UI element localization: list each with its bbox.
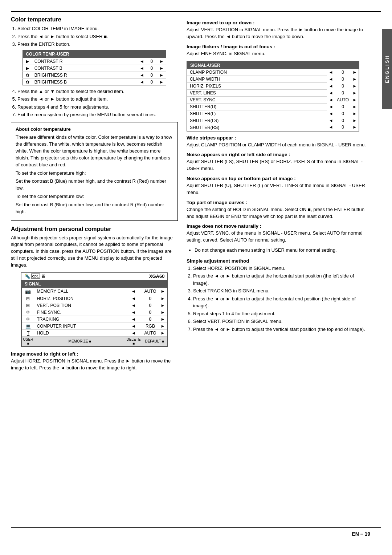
right-arrow: ► [351,96,359,103]
info-line-3: To set the color temperature low: [16,193,173,200]
row-name: CONTRAST B [32,65,138,72]
step-2: Press the ◄ or ► button to adjust the ho… [193,272,370,287]
row-value: 0 [146,58,157,65]
row-value: RGB [142,323,158,329]
page-number: EN – 19 [352,531,370,537]
right-arrow: ► [159,302,168,309]
row-icon: 💻 [21,323,35,329]
left-arrow: ◄ [327,89,335,96]
color-temp-table-body: ▶ CONTRAST R ◄ 0 ► ▶ CONTRAST B ◄ 0 ► [23,58,166,85]
row-name: VERT. LINES [187,89,327,96]
row-icon: ⚙ [21,309,35,316]
left-arrow: ◄ [327,103,335,110]
color-temp-section: Color temperature Select COLOR TEMP in I… [11,16,178,221]
step-2: Press the ◄ or ► button to select USER ■… [17,33,178,40]
row-name: SHUTTER(L) [187,110,327,117]
left-arrow: ◄ [138,72,146,78]
row-name: BRIGHTNESS B [32,78,138,85]
right-arrow: ► [159,288,168,295]
table-row: CLAMP POSITION ◄ 0 ► [187,69,359,76]
step-3: Select TRACKING in SIGNAL menu. [193,287,370,295]
row-name: SHUTTER(LS) [187,117,327,124]
row-name: BRIGHTNESS R [32,72,138,78]
right-arrow: ► [159,323,168,329]
row-value: AUTO [142,288,158,295]
xga-header-row: 🔦 opt. 🖥 XGA60 [21,272,168,280]
image-moved-rl-section: Image moved to right or left : Adjust HO… [11,351,178,372]
right-arrow: ► [351,89,359,96]
row-value: 0 [146,72,157,78]
footer-user: USER ■ [21,336,35,347]
left-column: Color temperature Select COLOR TEMP in I… [11,16,178,527]
image-not-move-body: Adjust VERT. SYNC. of the menu in SIGNAL… [187,230,370,244]
left-arrow: ◄ [125,288,142,295]
table-row: ⚙ FINE SYNC. ◄ 0 ► [21,309,168,316]
row-name: COMPUTER INPUT [34,323,125,329]
table-row: SHUTTER(RS) ◄ 0 ► [187,124,359,131]
left-arrow: ◄ [327,124,335,131]
right-arrow: ► [159,316,168,323]
left-arrow: ◄ [327,69,335,76]
color-temp-table: COLOR TEMP.-USER ▶ CONTRAST R ◄ 0 ► ▶ [23,50,166,86]
row-value: 0 [335,89,351,96]
row-value: AUTO [335,96,351,103]
about-color-temp-box: About color temperature There are differ… [11,122,178,221]
info-box-title: About color temperature [16,126,173,133]
left-arrow: ◄ [327,96,335,103]
image-flickers-title: Image flickers / Image is out of focus : [187,44,370,49]
row-icon: ✿ [23,78,32,85]
row-name: FINE SYNC. [34,309,125,316]
row-value: 0 [142,295,158,302]
right-arrow: ► [351,124,359,131]
right-arrow: ► [157,65,166,72]
footer-delete: DELETE ■ [125,336,142,347]
image-moved-ud-title: Image moved to up or down : [187,20,370,25]
row-name: SHUTTER(U) [187,103,327,110]
wide-stripes-body: Adjust CLAMP POSITION or CLAMP WIDTH of … [187,142,370,149]
wide-stripes-section: Wide stripes appear : Adjust CLAMP POSIT… [187,135,370,149]
row-value: 0 [142,302,158,309]
color-temp-steps-2: Press the ▲ or ▼ button to select the de… [11,88,178,118]
step-5: Press the ◄ or ► button to adjust the it… [17,96,178,103]
row-value: 0 [335,110,351,117]
table-row: SHUTTER(U) ◄ 0 ► [187,103,359,110]
english-sidebar: ENGLISH [382,29,392,109]
wide-stripes-title: Wide stripes appear : [187,135,370,141]
signal-user-table: SIGNAL-USER CLAMP POSITION ◄ 0 ► CLAMP W… [187,61,359,131]
left-arrow: ◄ [125,295,142,302]
noise-top-bottom-body: Adjust SHUTTER (U), SHUTTER (L) or VERT.… [187,182,370,196]
row-value: 0 [142,316,158,323]
info-line-4: Set the contrast B (Blue) number low, an… [16,202,173,215]
adjustment-section: Adjustment from personal computer Althou… [11,226,178,372]
footer-memorize: MEMORIZE ■ [34,336,125,347]
adjustment-title: Adjustment from personal computer [11,226,178,232]
row-value: 0 [146,78,157,85]
step-4: Press the ▲ or ▼ button to select the de… [17,88,178,95]
color-temp-steps-1: Select COLOR TEMP in IMAGE menu. Press t… [11,25,178,48]
footer-default: DEFAULT ■ [142,336,167,347]
signal-user-header: SIGNAL-USER [187,61,359,69]
row-value: 0 [335,124,351,131]
image-flickers-section: Image flickers / Image is out of focus :… [187,44,370,57]
step-5: Repeat steps 1 to 4 for fine adjustment. [193,310,370,317]
image-not-move-title: Image does not move naturally : [187,223,370,229]
row-icon: ✿ [23,72,32,78]
image-moved-ud-section: Image moved to up or down : Adjust VERT.… [187,20,370,40]
right-arrow: ► [351,103,359,110]
left-arrow: ◄ [327,82,335,89]
row-value: 0 [335,117,351,124]
table-row: ▶ CONTRAST R ◄ 0 ► [23,58,166,65]
table-row: VERT. SYNC. ◄ AUTO ► [187,96,359,103]
left-arrow: ◄ [327,117,335,124]
top-part-title: Top part of image curves : [187,200,370,205]
right-arrow: ► [157,72,166,78]
row-value: 0 [335,76,351,82]
noise-right-left-title: Noise appears on right or left side of i… [187,152,370,157]
row-value: 0 [142,309,158,316]
left-arrow: ◄ [125,309,142,316]
info-line-2: Set the contrast B (Blue) number high, a… [16,178,173,192]
image-flickers-body: Adjust FINE SYNC. in SIGNAL menu. [187,50,370,57]
top-part-section: Top part of image curves : Change the se… [187,200,370,220]
image-moved-rl-title: Image moved to right or left : [11,351,178,357]
left-arrow: ◄ [138,65,146,72]
